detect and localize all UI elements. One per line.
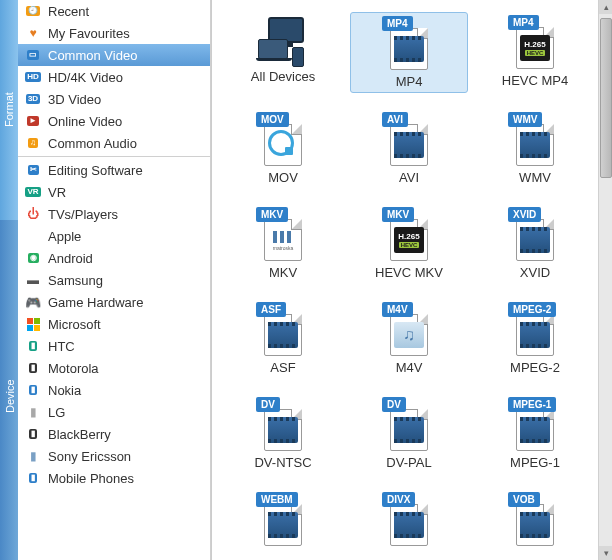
format-label: XVID (520, 265, 550, 280)
format-label: MPEG-2 (510, 360, 560, 375)
format-tag: ASF (256, 302, 286, 317)
format-tag: VOB (508, 492, 540, 507)
sidebar-item-label: LG (48, 405, 65, 420)
sidebar-item-common-video[interactable]: ▭Common Video (18, 44, 210, 66)
sidebar: Format Device 🕘Recent♥My Favourites▭Comm… (0, 0, 212, 560)
format-icon: MKVH.265HEVC (380, 207, 438, 261)
main-scrollbar[interactable]: ▴ ▾ (598, 0, 612, 560)
format-icon: XVID (506, 207, 564, 261)
sidebar-item-label: Common Video (48, 48, 137, 63)
sidebar-item-label: Editing Software (48, 163, 143, 178)
format-icon: MKVmatroska (254, 207, 312, 261)
scroll-thumb[interactable] (600, 18, 612, 178)
sidebar-item-apple[interactable]: Apple (18, 225, 210, 247)
format-tag: DIVX (382, 492, 415, 507)
format-item-divx[interactable]: DIVX (350, 489, 468, 553)
format-item-xvid[interactable]: XVIDXVID (476, 204, 594, 283)
blackberry-icon: ▮ (24, 426, 42, 442)
sidebar-item-vr[interactable]: VRVR (18, 181, 210, 203)
sidebar-item-editing-software[interactable]: ✂Editing Software (18, 159, 210, 181)
sidebar-item-label: VR (48, 185, 66, 200)
format-item-dv-ntsc[interactable]: DVDV-NTSC (224, 394, 342, 473)
sidebar-item-android[interactable]: ◉Android (18, 247, 210, 269)
format-icon: ASF (254, 302, 312, 356)
format-item-all-devices[interactable]: All Devices (224, 12, 342, 93)
motorola-icon: ▮ (24, 360, 42, 376)
sidebar-item-blackberry[interactable]: ▮BlackBerry (18, 423, 210, 445)
format-icon: DV (254, 397, 312, 451)
format-label: All Devices (251, 69, 315, 84)
format-item-mpeg-2[interactable]: MPEG-2MPEG-2 (476, 299, 594, 378)
format-label: MKV (269, 265, 297, 280)
scroll-up-button[interactable]: ▴ (599, 0, 612, 14)
format-item-vob[interactable]: VOB (476, 489, 594, 553)
sidebar-item-game-hardware[interactable]: 🎮Game Hardware (18, 291, 210, 313)
sidebar-item-samsung[interactable]: ▬Samsung (18, 269, 210, 291)
sidebar-item-label: Common Audio (48, 136, 137, 151)
format-item-avi[interactable]: AVIAVI (350, 109, 468, 188)
microsoft-icon (24, 316, 42, 332)
sidebar-item-3d-video[interactable]: 3D3D Video (18, 88, 210, 110)
format-item-webm[interactable]: WEBM (224, 489, 342, 553)
sidebar-item-my-favourites[interactable]: ♥My Favourites (18, 22, 210, 44)
format-icon: DIVX (380, 492, 438, 546)
sidebar-item-motorola[interactable]: ▮Motorola (18, 357, 210, 379)
sidebar-item-sony-ericsson[interactable]: ▮Sony Ericsson (18, 445, 210, 467)
format-icon: MP4H.265HEVC (506, 15, 564, 69)
sidebar-item-lg[interactable]: ▮LG (18, 401, 210, 423)
format-label: AVI (399, 170, 419, 185)
sidebar-item-htc[interactable]: ▮HTC (18, 335, 210, 357)
nokia-icon: ▮ (24, 382, 42, 398)
online-icon: ► (24, 113, 42, 129)
sidebar-item-label: Apple (48, 229, 81, 244)
sidebar-item-label: BlackBerry (48, 427, 111, 442)
sidebar-item-label: Android (48, 251, 93, 266)
tab-device[interactable]: Device (0, 220, 18, 560)
format-tag: MKV (256, 207, 288, 222)
heart-icon: ♥ (24, 25, 42, 41)
sidebar-item-label: HD/4K Video (48, 70, 123, 85)
vr-icon: VR (24, 184, 42, 200)
clock-icon: 🕘 (24, 3, 42, 19)
format-item-mp4[interactable]: MP4MP4 (350, 12, 468, 93)
scroll-down-button[interactable]: ▾ (599, 546, 612, 560)
sidebar-item-hd-4k-video[interactable]: HDHD/4K Video (18, 66, 210, 88)
format-grid: All DevicesMP4MP4MP4H.265HEVCHEVC MP4MOV… (216, 8, 608, 557)
audio-icon: ♫ (24, 135, 42, 151)
format-icon: VOB (506, 492, 564, 546)
sidebar-item-common-audio[interactable]: ♫Common Audio (18, 132, 210, 154)
sidebar-item-tvs-players[interactable]: ⏻TVs/Players (18, 203, 210, 225)
sidebar-item-label: Sony Ericsson (48, 449, 131, 464)
apple-icon (24, 228, 42, 244)
format-label: MPEG-1 (510, 455, 560, 470)
sidebar-list: 🕘Recent♥My Favourites▭Common VideoHDHD/4… (18, 0, 211, 560)
format-item-mkv[interactable]: MKVmatroskaMKV (224, 204, 342, 283)
format-item-mov[interactable]: MOVMOV (224, 109, 342, 188)
format-item-mpeg-1[interactable]: MPEG-1MPEG-1 (476, 394, 594, 473)
sidebar-item-microsoft[interactable]: Microsoft (18, 313, 210, 335)
format-tag: MOV (256, 112, 289, 127)
game-icon: 🎮 (24, 294, 42, 310)
format-item-hevc-mp4[interactable]: MP4H.265HEVCHEVC MP4 (476, 12, 594, 93)
sidebar-item-nokia[interactable]: ▮Nokia (18, 379, 210, 401)
sidebar-item-label: Samsung (48, 273, 103, 288)
sidebar-item-label: TVs/Players (48, 207, 118, 222)
format-item-wmv[interactable]: WMVWMV (476, 109, 594, 188)
format-label: WMV (519, 170, 551, 185)
format-label: HEVC MP4 (502, 73, 568, 88)
android-icon: ◉ (24, 250, 42, 266)
format-item-hevc-mkv[interactable]: MKVH.265HEVCHEVC MKV (350, 204, 468, 283)
app-root: Format Device 🕘Recent♥My Favourites▭Comm… (0, 0, 612, 560)
format-icon: WMV (506, 112, 564, 166)
format-item-dv-pal[interactable]: DVDV-PAL (350, 394, 468, 473)
format-icon: MP4 (380, 16, 438, 70)
format-item-m4v[interactable]: M4V♫M4V (350, 299, 468, 378)
format-icon: MOV (254, 112, 312, 166)
tab-format[interactable]: Format (0, 0, 18, 220)
format-tag: MPEG-1 (508, 397, 556, 412)
format-tag: MP4 (382, 16, 413, 31)
sidebar-item-online-video[interactable]: ►Online Video (18, 110, 210, 132)
format-item-asf[interactable]: ASFASF (224, 299, 342, 378)
sidebar-item-mobile-phones[interactable]: ▮Mobile Phones (18, 467, 210, 489)
sidebar-item-recent[interactable]: 🕘Recent (18, 0, 210, 22)
